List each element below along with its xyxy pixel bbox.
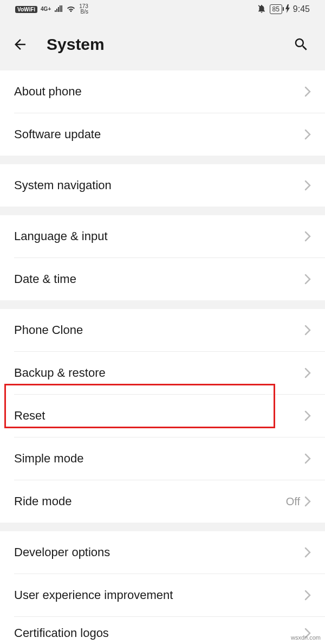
item-developer-options[interactable]: Developer options (0, 531, 325, 574)
item-user-experience[interactable]: User experience improvement (0, 574, 325, 616)
chevron-right-icon (304, 410, 311, 421)
chevron-right-icon (304, 547, 311, 558)
settings-group: Language & input Date & time (0, 215, 325, 300)
item-label: Software update (14, 127, 304, 141)
item-value: Off (286, 495, 300, 508)
chevron-right-icon (304, 129, 311, 140)
back-arrow-icon (12, 36, 28, 53)
settings-group: System navigation (0, 164, 325, 207)
item-label: About phone (14, 85, 304, 99)
clock-time: 9:45 (293, 4, 310, 14)
item-certification-logos[interactable]: Certification logos (0, 617, 325, 644)
item-label: User experience improvement (14, 588, 304, 602)
item-label: Phone Clone (14, 323, 304, 337)
status-right: 85 9:45 (257, 4, 310, 15)
charging-icon (285, 4, 290, 15)
search-button[interactable] (289, 33, 313, 56)
item-phone-clone[interactable]: Phone Clone (0, 309, 325, 351)
page-title: System (47, 35, 289, 54)
watermark: wsxdn.com (291, 634, 321, 641)
back-button[interactable] (12, 33, 36, 56)
search-icon (293, 36, 309, 53)
wifi-icon (66, 5, 76, 14)
item-label: Reset (14, 409, 304, 423)
item-language-input[interactable]: Language & input (0, 215, 325, 257)
chevron-right-icon (304, 453, 311, 464)
item-system-navigation[interactable]: System navigation (0, 164, 325, 207)
vowifi-badge: VoWiFi (15, 6, 37, 13)
network-type: 4G+ (41, 7, 51, 12)
battery-indicator: 85 (270, 4, 282, 14)
item-ride-mode[interactable]: Ride mode Off (0, 480, 325, 523)
chevron-right-icon (304, 325, 311, 336)
item-label: Simple mode (14, 452, 304, 466)
item-simple-mode[interactable]: Simple mode (0, 437, 325, 480)
status-bar: VoWiFi 4G+ 173 B/s 85 9:45 (0, 0, 325, 18)
chevron-right-icon (304, 274, 311, 285)
chevron-right-icon (304, 368, 311, 378)
item-label: Date & time (14, 272, 304, 286)
chevron-right-icon (304, 86, 311, 97)
header: System (0, 18, 325, 70)
item-backup-restore[interactable]: Backup & restore (0, 352, 325, 394)
settings-group: Phone Clone Backup & restore Reset Simpl… (0, 309, 325, 523)
status-left: VoWiFi 4G+ 173 B/s (15, 4, 88, 15)
item-label: Certification logos (14, 626, 304, 640)
network-speed: 173 B/s (79, 4, 88, 15)
item-date-time[interactable]: Date & time (0, 258, 325, 300)
item-label: Ride mode (14, 494, 286, 508)
signal-icon (54, 5, 63, 14)
chevron-right-icon (304, 180, 311, 191)
chevron-right-icon (304, 496, 311, 507)
settings-group: Developer options User experience improv… (0, 531, 325, 644)
chevron-right-icon (304, 590, 311, 601)
item-about-phone[interactable]: About phone (0, 70, 325, 113)
item-reset[interactable]: Reset (0, 395, 325, 437)
chevron-right-icon (304, 231, 311, 242)
item-label: Developer options (14, 545, 304, 559)
settings-group: About phone Software update (0, 70, 325, 156)
item-label: Language & input (14, 229, 304, 243)
item-label: Backup & restore (14, 366, 304, 380)
item-software-update[interactable]: Software update (0, 113, 325, 156)
item-label: System navigation (14, 178, 304, 192)
dnd-icon (257, 4, 266, 15)
